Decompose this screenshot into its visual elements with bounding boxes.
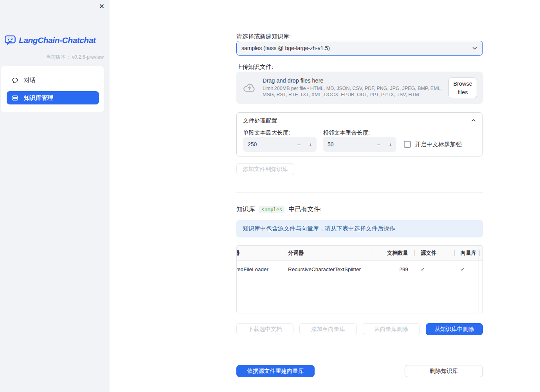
table-row[interactable]: UnstructuredFileLoader RecursiveCharacte… [236,261,483,278]
kb-files-table[interactable]: 文档加载器 分词器 文档数量 源文件 向量库 UnstructuredFileL… [236,245,483,313]
close-icon[interactable]: ✕ [99,3,104,10]
cell-filler [479,261,483,278]
overlap-size-input[interactable]: 50 − + [323,137,396,152]
zh-title-enhance-option: 开启中文标题加强 [404,137,462,152]
version-value: v0.2.6-preview [72,54,104,60]
chunk-size-value[interactable]: 250 [243,141,293,147]
main-content: 请选择或新建知识库: samples (faiss @ bge-large-zh… [236,0,483,377]
increment-button[interactable]: + [305,141,317,148]
logo-chat-bubble-icon [4,34,16,46]
cell-splitter[interactable]: RecursiveCharacterTextSplitter [282,261,371,278]
stacked-list-icon [11,94,19,102]
table-scroll-gutter [479,246,479,313]
kb-files-suffix: 中已有文件: [289,206,322,212]
kb-select[interactable]: samples (faiss @ bge-large-zh-v1.5) [236,41,483,56]
divider [236,192,483,192]
cell-doc-count[interactable]: 299 [371,261,414,278]
table-header-row: 文档加载器 分词器 文档数量 源文件 向量库 [236,246,483,261]
expander-title: 文件处理配置 [243,117,277,124]
info-text: 知识库中包含源文件与向量库，请从下表中选择文件后操作 [243,225,395,232]
column-header-loader[interactable]: 文档加载器 [236,246,282,261]
sidebar: ✕ LangChain-Chatchat 当前版本： v0.2.6-previe… [0,0,110,392]
version-info: 当前版本： v0.2.6-preview [46,54,104,61]
file-config-expander: 文件处理配置 单段文本最大长度: 250 − + 相邻文本重合长度: [236,112,483,156]
divider [236,351,483,351]
sidebar-item-dialogue[interactable]: 对话 [7,74,99,87]
sidebar-item-knowledge-base[interactable]: 知识库管理 [7,91,99,104]
increment-button[interactable]: + [385,141,396,148]
cloud-upload-icon [242,82,256,94]
delete-from-vector-store-button[interactable]: 从向量库删除 [363,323,420,335]
overlap-size-value[interactable]: 50 [323,141,373,147]
rebuild-vector-store-button[interactable]: 依据源文件重建向量库 [236,365,315,377]
column-header-splitter[interactable]: 分词器 [282,246,371,261]
cell-loader[interactable]: UnstructuredFileLoader [236,261,282,278]
kb-select-value: samples (faiss @ bge-large-zh-v1.5) [241,45,472,51]
decrement-button[interactable]: − [293,141,305,148]
sidebar-menu: 对话 知识库管理 [1,66,104,112]
expander-body: 单段文本最大长度: 250 − + 相邻文本重合长度: 50 − + [237,128,482,152]
table-inner: 文档加载器 分词器 文档数量 源文件 向量库 UnstructuredFileL… [236,246,483,278]
uploader-texts: Drag and drop files here Limit 200MB per… [263,77,448,98]
cell-source-file-check[interactable]: ✓ [414,261,454,278]
kb-files-heading: 知识库 samples 中已有文件: [236,205,483,214]
upload-label: 上传知识文件: [236,63,483,71]
column-header-source-file[interactable]: 源文件 [414,246,454,261]
info-banner: 知识库中包含源文件与向量库，请从下表中选择文件后操作 [236,220,483,237]
decrement-button[interactable]: − [373,141,385,148]
chunk-size-input[interactable]: 250 − + [243,137,317,152]
chevron-down-icon [472,45,478,51]
expander-header[interactable]: 文件处理配置 [237,113,482,128]
chunk-size-label: 单段文本最大长度: [243,128,317,137]
sidebar-item-label: 知识库管理 [24,94,53,102]
kb-files-prefix: 知识库 [236,206,255,212]
uploader-limit-text: Limit 200MB per file • HTML, MD, JSON, C… [263,85,448,98]
overlap-size-label: 相邻文本重合长度: [323,128,396,137]
column-header-vector-store[interactable]: 向量库 [454,246,479,261]
uploader-title: Drag and drop files here [263,77,448,84]
kb-name-code: samples [259,206,284,213]
chat-bubble-icon [11,77,19,84]
download-selected-button[interactable]: 下载选中文档 [236,323,293,335]
logo-text: LangChain-Chatchat [19,36,95,45]
column-header-filler [479,246,483,261]
chevron-up-icon [471,118,476,123]
add-to-vector-store-button[interactable]: 添加至向量库 [299,323,356,335]
kb-action-buttons: 依据源文件重建向量库 删除知识库 [236,365,483,377]
kb-select-label: 请选择或新建知识库: [236,32,483,41]
zh-title-enhance-label: 开启中文标题加强 [415,141,462,148]
cell-vector-store-check[interactable]: ✓ [454,261,479,278]
zh-title-enhance-checkbox[interactable] [404,141,411,148]
delete-from-kb-button[interactable]: 从知识库中删除 [426,323,483,335]
file-action-buttons: 下载选中文档 添加至向量库 从向量库删除 从知识库中删除 [236,323,483,335]
add-files-to-kb-button[interactable]: 添加文件到知识库 [236,163,294,175]
column-header-doc-count[interactable]: 文档数量 [371,246,414,261]
sidebar-item-label: 对话 [24,77,36,84]
file-uploader-dropzone[interactable]: Drag and drop files here Limit 200MB per… [236,72,483,104]
app-logo: LangChain-Chatchat [4,34,95,46]
version-label: 当前版本： [46,54,71,60]
delete-kb-button[interactable]: 删除知识库 [405,365,483,377]
browse-files-button[interactable]: Browse files [448,77,477,98]
